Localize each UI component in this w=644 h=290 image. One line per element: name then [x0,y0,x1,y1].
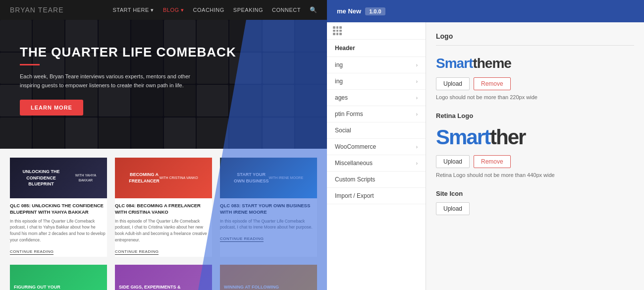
blog-logo: BRYAN TEARE [10,6,64,14]
hero-title: THE QUARTER LIFE COMEBACK [20,45,307,60]
post-body-1: QLC 085: UNLOCKING THE CONFIDENCE BLUEPR… [10,198,107,257]
customizer-content: Logo Smarttheme Upload Remove Logo shoul… [426,22,644,290]
post-image-1: UNLOCKING THECONFIDENCE BLUEPRINTWITH YA… [10,158,107,198]
post-excerpt-3: In this episode of The Quarter Life Come… [220,218,317,231]
retina-smart-text: Smart [436,125,490,149]
chevron-icon-4: › [416,112,418,117]
logo-remove-button[interactable]: Remove [474,77,511,90]
nav-coaching[interactable]: COACHING [193,7,224,13]
post-excerpt-1: In this episode of The Quarter Life Come… [10,218,107,243]
nav-connect[interactable]: CONNECT [272,7,301,13]
post-image-bg-3: START YOUROWN BUSINESSWITH IRENE MOORE [220,158,317,198]
post-read-more-3[interactable]: CONTINUE READING [220,236,264,242]
menu-item-label-7: Miscellaneous [335,160,373,167]
menu-item-label-9: Import / Export [335,192,374,199]
site-icon-upload-button[interactable]: Upload [436,202,470,215]
logo-upload-button[interactable]: Upload [436,77,470,90]
nav-start-here[interactable]: START HERE [112,7,154,13]
post-image-bg-1: UNLOCKING THECONFIDENCE BLUEPRINTWITH YA… [10,158,107,198]
retina-button-group: Upload Remove [436,155,634,168]
post-bottom-card-3: WINNING AT FOLLOWING [220,265,317,290]
grid-dot [339,33,342,35]
nav-blog[interactable]: BLOG [163,7,184,13]
version-badge: 1.0.0 [365,7,385,15]
nav-speaking[interactable]: SPEAKING [233,7,263,13]
post-bottom-image-1: FIGURING OUT YOUR [10,265,107,290]
logo-hint: Logo should not be more than 220px wide [436,94,634,100]
menu-item-5[interactable]: Social [327,122,426,139]
customizer-title: me New [337,7,361,15]
blog-website-panel: BRYAN TEARE START HERE BLOG COACHING SPE… [0,0,327,290]
logo-first: BRYAN [10,6,36,14]
menu-item-6[interactable]: WooCommerce › [327,139,426,155]
hero-divider [20,64,40,65]
post-read-more-2[interactable]: CONTINUE READING [115,249,159,255]
theme-customizer-panel: me New 1.0.0 Header [327,0,644,290]
menu-item-label-5: Social [335,127,351,134]
menu-item-label-8: Custom Scripts [335,176,375,183]
post-card-1: UNLOCKING THECONFIDENCE BLUEPRINTWITH YA… [10,158,107,257]
post-bottom-card-2: SIDE GIGS, EXPERIMENTS & [115,265,212,290]
menu-section-header: Header [327,40,426,57]
post-bottom-card-1: FIGURING OUT YOUR [10,265,107,290]
post-bottom-image-2: SIDE GIGS, EXPERIMENTS & [115,265,212,290]
chevron-icon-1: › [416,62,418,68]
retina-upload-button[interactable]: Upload [436,155,470,168]
retina-remove-button[interactable]: Remove [474,155,511,168]
menu-item-1[interactable]: ing › [327,57,426,73]
grid-dot [339,26,342,29]
grid-icon-row [327,22,426,40]
grid-dot [333,30,335,32]
post-title-2: QLC 084: BECOMING A FREELANCER WITH CRIS… [115,202,212,216]
logo-section-title: Logo [436,32,634,46]
post-card-3: START YOUROWN BUSINESSWITH IRENE MOORE Q… [220,158,317,257]
retina-logo-section: Retina Logo Smartther Upload Remove Reti… [436,112,634,178]
menu-item-label-4: ptin Forms [335,111,363,117]
retina-logo-large: Smartther [436,125,634,149]
logo-section: Logo Smarttheme Upload Remove Logo shoul… [436,32,634,100]
menu-item-9[interactable]: Import / Export [327,188,426,204]
menu-item-3[interactable]: ages › [327,90,426,106]
logo-smart-text: Smart [436,56,473,71]
hero-description: Each week, Bryan Teare interviews variou… [20,72,208,90]
retina-logo-title: Retina Logo [436,112,634,119]
grid-dot [336,26,339,29]
learn-more-button[interactable]: LEARN MORE [20,100,83,116]
menu-item-8[interactable]: Custom Scripts [327,172,426,188]
post-body-3: QLC 083: START YOUR OWN BUSINESS WITH IR… [220,198,317,244]
post-image-bg-2: BECOMING AFREELANCERWITH CRISTINA VANKO [115,158,212,198]
post-image-3: START YOUROWN BUSINESSWITH IRENE MOORE [220,158,317,198]
blog-navigation: BRYAN TEARE START HERE BLOG COACHING SPE… [0,0,327,20]
menu-item-7[interactable]: Miscellaneous › [327,155,426,172]
post-title-3: QLC 083: START YOUR OWN BUSINESS WITH IR… [220,202,317,216]
menu-item-2[interactable]: ing › [327,73,426,90]
menu-item-4[interactable]: ptin Forms › [327,106,426,122]
customizer-menu: Header ing › ing › ages › ptin Forms › S… [327,22,426,290]
customizer-header: me New 1.0.0 [327,0,644,22]
logo-theme-text: theme [473,56,511,71]
logo-button-group: Upload Remove [436,77,634,90]
hero-section: THE QUARTER LIFE COMEBACK Each week, Bry… [0,20,327,149]
site-icon-section: Site Icon Upload [436,190,634,215]
hero-content: THE QUARTER LIFE COMEBACK Each week, Bry… [0,20,327,125]
search-icon[interactable]: 🔍 [310,6,317,13]
posts-grid: UNLOCKING THECONFIDENCE BLUEPRINTWITH YA… [10,158,317,257]
post-title-1: QLC 085: UNLOCKING THE CONFIDENCE BLUEPR… [10,202,107,216]
chevron-icon-6: › [416,144,418,150]
site-icon-title: Site Icon [436,190,634,197]
menu-item-label-1: ing [335,61,343,68]
post-read-more-1[interactable]: CONTINUE READING [10,249,54,255]
grid-dot [336,30,339,32]
grid-icon [333,26,342,35]
post-bottom-title-3: WINNING AT FOLLOWING [224,285,279,290]
smart-logo: Smarttheme [436,56,634,71]
logo-preview-image: Smarttheme [436,56,634,71]
logo-second: TEARE [38,6,64,14]
posts-section: UNLOCKING THECONFIDENCE BLUEPRINTWITH YA… [0,149,327,290]
post-bottom-image-3: WINNING AT FOLLOWING [220,265,317,290]
grid-dot [333,33,335,35]
menu-item-label-2: ing [335,78,343,85]
post-bottom-title-2: SIDE GIGS, EXPERIMENTS & [119,285,181,290]
chevron-icon-3: › [416,95,418,101]
menu-item-label-3: ages [335,94,348,101]
